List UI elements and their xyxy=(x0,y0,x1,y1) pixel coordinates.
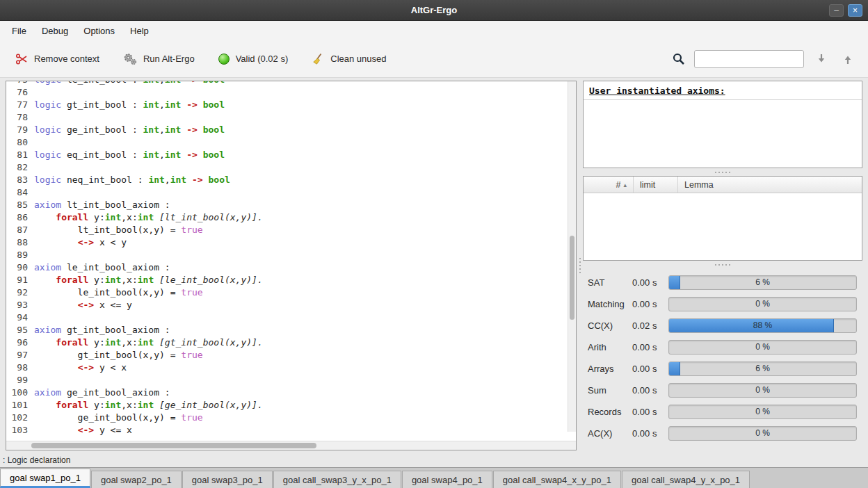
horizontal-scroll-thumb[interactable] xyxy=(31,443,316,448)
axioms-table-splitter-handle[interactable] xyxy=(583,168,862,176)
stat-time: 0.00 s xyxy=(632,277,668,288)
code-token: int xyxy=(138,275,154,285)
code-token: , xyxy=(165,174,170,185)
menu-item-file[interactable]: File xyxy=(4,22,34,40)
menu-item-debug[interactable]: Debug xyxy=(34,22,76,40)
code-token: int xyxy=(105,275,121,285)
lemma-table-body[interactable] xyxy=(584,193,862,260)
lemma-column-number[interactable]: #▴ xyxy=(584,177,634,193)
stat-progressbar: 0 % xyxy=(668,340,857,355)
tab-goal-call_swap4_x_y_po_1[interactable]: goal call_swap4_x_y_po_1 xyxy=(493,471,621,488)
code-token: axiom xyxy=(34,262,61,273)
run-alt-ergo-button[interactable]: Run Alt-Ergo xyxy=(123,53,195,65)
code-token: int xyxy=(143,99,159,110)
menu-item-options[interactable]: Options xyxy=(76,22,122,40)
run-alt-ergo-label: Run Alt-Ergo xyxy=(143,54,195,64)
editor-horizontal-scrollbar[interactable] xyxy=(6,441,576,450)
code-token: true xyxy=(181,412,202,423)
menu-item-help[interactable]: Help xyxy=(122,22,156,40)
pane-splitter-handle[interactable] xyxy=(577,81,583,450)
instantiated-axioms-list[interactable] xyxy=(584,100,862,168)
line-number: 87 xyxy=(6,224,34,236)
code-token xyxy=(34,425,78,435)
code-token: , xyxy=(159,149,165,160)
code-token xyxy=(154,275,159,285)
code-token: ge_int_bool : xyxy=(61,124,143,135)
code-token xyxy=(34,212,56,222)
code-line: 88 <-> x < y xyxy=(6,236,576,249)
code-token: -> xyxy=(192,174,203,185)
lemma-table: #▴limitLemma xyxy=(583,176,862,261)
column-label: # xyxy=(616,180,621,190)
code-token: , xyxy=(159,99,165,110)
code-token: true xyxy=(181,350,202,360)
valid-led-icon xyxy=(218,54,230,65)
line-number: 77 xyxy=(6,99,34,111)
goto-bottom-button[interactable] xyxy=(812,50,830,68)
code-token: int xyxy=(138,212,154,222)
code-line: 95axiom gt_int_bool_axiom : xyxy=(6,324,576,336)
goto-top-button[interactable] xyxy=(839,50,857,68)
close-button[interactable]: × xyxy=(848,4,862,17)
code-token xyxy=(34,362,78,373)
line-number: 80 xyxy=(6,136,34,149)
line-text: axiom le_int_bool_axiom : xyxy=(34,261,170,274)
code-token: , xyxy=(159,81,165,85)
stats-panel: SAT0.00 s6 %Matching0.00 s0 %CC(X)0.02 s… xyxy=(583,268,862,450)
tab-goal-call_swap3_y_x_po_1[interactable]: goal call_swap3_y_x_po_1 xyxy=(273,471,401,488)
code-line: 86 forall y:int,x:int [lt_int_bool(x,y)]… xyxy=(6,211,576,224)
main-area: 75logic le_int_bool : int,int -> bool767… xyxy=(0,78,868,453)
search-input[interactable] xyxy=(694,50,804,68)
source-editor: 75logic le_int_bool : int,int -> bool767… xyxy=(6,81,577,450)
code-token: forall xyxy=(56,400,88,410)
code-line: 96 forall y:int,x:int [gt_int_bool(x,y)]… xyxy=(6,336,576,349)
remove-context-button[interactable]: Remove context xyxy=(15,53,99,65)
search-area xyxy=(672,50,857,68)
code-token xyxy=(198,124,203,135)
code-token xyxy=(154,337,159,348)
code-token: ,x: xyxy=(121,212,137,222)
code-line: 82 xyxy=(6,161,576,174)
line-text: axiom ge_int_bool_axiom : xyxy=(34,387,170,399)
title-bar: AltGr-Ergo – × xyxy=(0,0,868,21)
code-line: 92 le_int_bool(x,y) = true xyxy=(6,286,576,299)
code-token: int xyxy=(165,99,181,110)
tab-goal-swap3_po_1[interactable]: goal swap3_po_1 xyxy=(182,471,273,488)
code-token: bool xyxy=(208,174,230,185)
vertical-scroll-thumb[interactable] xyxy=(570,236,574,320)
code-token: true xyxy=(181,287,202,298)
code-lines: 75logic le_int_bool : int,int -> bool767… xyxy=(6,81,576,437)
code-token: [gt_int_bool(x,y)]. xyxy=(159,337,263,348)
tab-goal-swap2_po_1[interactable]: goal swap2_po_1 xyxy=(91,471,182,488)
code-line: 78 xyxy=(6,111,576,124)
stat-label: Arrays xyxy=(588,364,632,374)
stat-row-arith: Arith0.00 s0 % xyxy=(588,339,857,355)
code-token xyxy=(181,149,186,160)
code-viewport[interactable]: 75logic le_int_bool : int,int -> bool767… xyxy=(6,81,576,441)
code-token: ge_int_bool_axiom : xyxy=(61,387,170,398)
minimize-button[interactable]: – xyxy=(829,4,844,17)
code-token: true xyxy=(181,225,202,235)
code-token: int xyxy=(143,81,159,85)
clean-unused-button[interactable]: Clean unused xyxy=(312,53,386,65)
code-token: x <= y xyxy=(94,300,132,310)
tab-goal-swap4_po_1[interactable]: goal swap4_po_1 xyxy=(402,471,492,488)
lemma-column-lemma[interactable]: Lemma xyxy=(678,177,862,193)
code-token xyxy=(34,237,78,247)
table-stats-splitter-handle[interactable] xyxy=(583,261,862,268)
line-number: 95 xyxy=(6,324,34,336)
lemma-column-limit[interactable]: limit xyxy=(634,177,678,193)
tab-goal-swap1_po_1[interactable]: goal swap1_po_1 xyxy=(0,469,90,488)
tab-goal-call_swap4_y_x_po_1[interactable]: goal call_swap4_y_x_po_1 xyxy=(622,471,750,488)
editor-vertical-scrollbar[interactable] xyxy=(568,81,576,432)
code-token: [le_int_bool(x,y)]. xyxy=(159,275,263,285)
code-token: int xyxy=(165,124,181,135)
code-line: 81logic eq_int_bool : int,int -> bool xyxy=(6,149,576,161)
code-token: axiom xyxy=(34,387,61,398)
stat-percent-label: 0 % xyxy=(669,341,856,354)
line-number: 75 xyxy=(6,81,34,86)
stat-label: Sum xyxy=(588,385,632,396)
code-token: ,x: xyxy=(121,275,137,285)
code-token xyxy=(154,400,159,410)
stat-percent-label: 88 % xyxy=(669,319,856,332)
